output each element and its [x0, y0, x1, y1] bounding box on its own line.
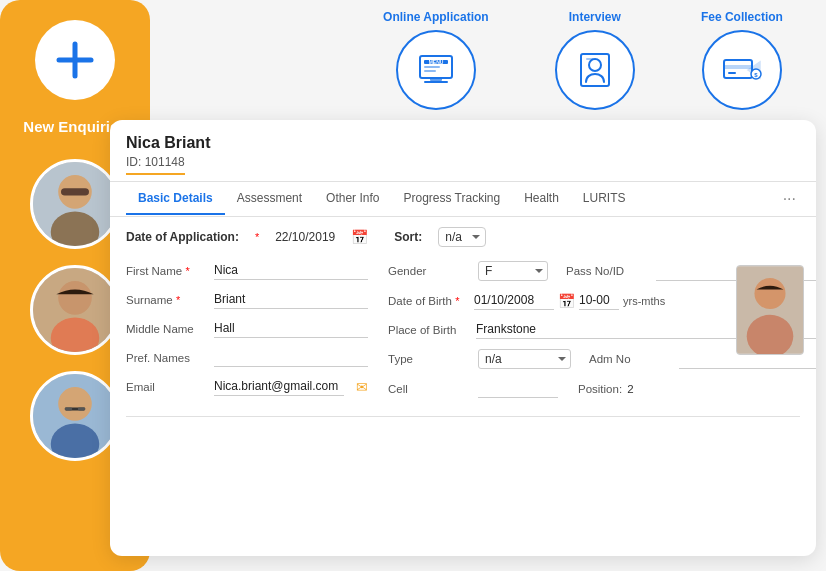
pass-no-label: Pass No/ID [566, 265, 646, 277]
form-divider [126, 416, 800, 417]
sort-label: Sort: [394, 230, 422, 244]
svg-rect-26 [724, 65, 752, 69]
patient-photo [736, 265, 804, 355]
cell-label: Cell [388, 383, 468, 395]
patient-id: ID: 101148 [126, 155, 185, 175]
fee-collection-icon-circle: $ [702, 30, 782, 110]
first-name-input[interactable] [214, 261, 368, 280]
date-label: Date of Application: [126, 230, 239, 244]
gender-label: Gender [388, 265, 468, 277]
svg-rect-18 [424, 70, 436, 72]
dob-label: Date of Birth * [388, 295, 468, 307]
middle-name-label: Middle Name [126, 323, 206, 335]
tab-progress-tracking[interactable]: Progress Tracking [391, 183, 512, 215]
add-new-button[interactable] [35, 20, 115, 100]
email-row: Email ✉ [126, 377, 368, 396]
svg-point-10 [58, 387, 92, 421]
fee-collection-label: Fee Collection [701, 10, 783, 24]
tabs-row: Basic Details Assessment Other Info Prog… [110, 182, 816, 217]
online-application-label: Online Application [383, 10, 489, 24]
patient-name: Nica Briant [126, 134, 800, 152]
tab-more-button[interactable]: ··· [779, 182, 800, 216]
main-card: Nica Briant ID: 101148 Basic Details Ass… [110, 120, 816, 556]
type-select[interactable]: n/a Local International [478, 349, 571, 369]
interview-label: Interview [569, 10, 621, 24]
avatar-1[interactable] [30, 159, 120, 249]
dob-calendar-icon[interactable]: 📅 [558, 293, 575, 309]
calendar-icon[interactable]: 📅 [351, 229, 368, 245]
interview-item[interactable]: Interview [555, 10, 635, 110]
date-value[interactable]: 22/10/2019 [275, 230, 335, 244]
svg-rect-20 [424, 81, 448, 83]
tab-assessment[interactable]: Assessment [225, 183, 314, 215]
tab-basic-details[interactable]: Basic Details [126, 183, 225, 215]
date-sort-row: Date of Application: * 22/10/2019 📅 Sort… [126, 227, 800, 247]
email-input[interactable] [214, 377, 344, 396]
pref-names-row: Pref. Names [126, 348, 368, 367]
dob-input-group: 📅 yrs-mths [474, 291, 665, 310]
surname-label: Surname * [126, 294, 206, 306]
date-required-star: * [255, 231, 259, 243]
svg-rect-17 [424, 66, 440, 68]
svg-rect-19 [430, 78, 442, 81]
cell-input[interactable] [478, 379, 558, 398]
tab-lurits[interactable]: LURITS [571, 183, 638, 215]
surname-row: Surname * [126, 290, 368, 309]
top-icons-bar: Online Application MENU Interview [350, 10, 816, 110]
cell-position-row: Cell Position: 2 [388, 379, 816, 398]
svg-rect-13 [65, 408, 72, 411]
position-value: 2 [627, 383, 633, 395]
form-area: Date of Application: * 22/10/2019 📅 Sort… [110, 217, 816, 435]
svg-point-7 [58, 281, 92, 315]
surname-input[interactable] [214, 290, 368, 309]
fields-container: First Name * Surname * Middle Name [126, 261, 800, 408]
middle-name-row: Middle Name [126, 319, 368, 338]
svg-rect-27 [728, 72, 736, 74]
svg-point-31 [754, 278, 785, 309]
first-name-label: First Name * [126, 265, 206, 277]
svg-point-23 [589, 59, 601, 71]
svg-rect-14 [78, 408, 85, 411]
svg-rect-24 [586, 58, 594, 60]
position-label: Position: 2 [578, 383, 658, 395]
pref-names-input[interactable] [214, 348, 368, 367]
avatar-2[interactable] [30, 265, 120, 355]
first-name-row: First Name * [126, 261, 368, 280]
type-label: Type [388, 353, 468, 365]
gender-select[interactable]: F M [478, 261, 548, 281]
yrs-mths-input[interactable] [579, 291, 619, 310]
fee-collection-item[interactable]: Fee Collection $ [701, 10, 783, 110]
adm-no-label: Adm No [589, 353, 669, 365]
email-label: Email [126, 381, 206, 393]
online-application-item[interactable]: Online Application MENU [383, 10, 489, 110]
pref-names-label: Pref. Names [126, 352, 206, 364]
svg-text:MENU: MENU [428, 59, 443, 65]
svg-rect-5 [61, 188, 89, 195]
avatar-3[interactable] [30, 371, 120, 461]
email-icon[interactable]: ✉ [356, 379, 368, 395]
outer-container: New Enquiries [0, 0, 826, 571]
place-of-birth-label: Place of Birth [388, 324, 468, 336]
dob-input[interactable] [474, 291, 554, 310]
card-header: Nica Briant ID: 101148 [110, 120, 816, 182]
tab-health[interactable]: Health [512, 183, 571, 215]
yrs-mths-label: yrs-mths [623, 295, 665, 307]
online-application-icon-circle: MENU [396, 30, 476, 110]
interview-icon-circle [555, 30, 635, 110]
sort-select[interactable]: n/a A-Z Z-A [438, 227, 486, 247]
left-fields: First Name * Surname * Middle Name [126, 261, 368, 408]
middle-name-input[interactable] [214, 319, 368, 338]
tab-other-info[interactable]: Other Info [314, 183, 391, 215]
